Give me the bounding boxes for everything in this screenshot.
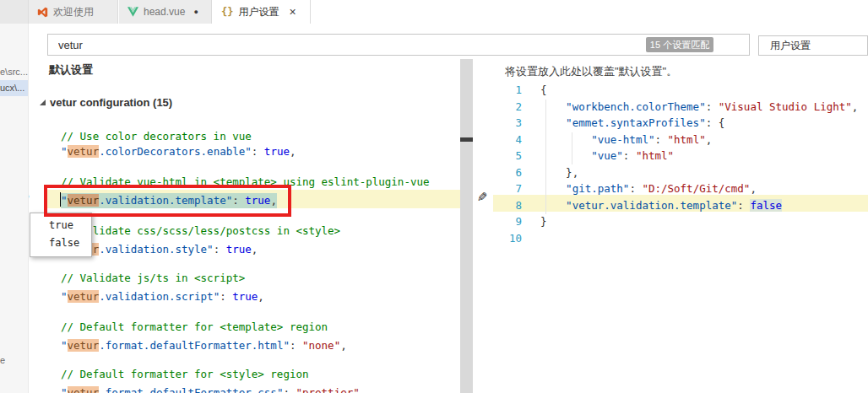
json-line[interactable]: "git.path": "D:/Soft/Git/cmd",: [540, 181, 757, 196]
json-line[interactable]: }: [540, 214, 547, 229]
edit-pencil-icon[interactable]: ✎: [29, 192, 30, 205]
setting-comment: // Validate css/scss/less/postcss in <st…: [61, 223, 340, 239]
braces-icon: {}: [221, 6, 233, 18]
settings-scope-dropdown[interactable]: 用户设置: [758, 35, 868, 56]
default-settings-title: 默认设置: [49, 62, 93, 78]
user-settings-panel: 将设置放入此处以覆盖"默认设置"。 1 2 3 4 5 6 7 8 9 10 {…: [473, 56, 868, 393]
edit-pencil-icon[interactable]: ✎: [477, 191, 488, 203]
section-vetur-configuration[interactable]: vetur configuration (15): [40, 96, 172, 109]
scrollbar-thumb[interactable]: [460, 137, 473, 142]
tab-welcome-label: 欢迎使用: [53, 5, 94, 19]
line-number: 2: [473, 100, 522, 115]
tab-headvue[interactable]: head.vue ●: [119, 0, 212, 24]
json-line[interactable]: "vue-html": "html",: [540, 132, 712, 148]
default-settings-panel: 默认设置 vetur configuration (15) // Use col…: [29, 56, 460, 393]
vscode-settings-window: 欢迎使用 head.vue ● {} 用户设置 × 15 个设置匹配 用户设置 …: [0, 0, 868, 393]
tab-bar: 欢迎使用 head.vue ● {} 用户设置 ×: [0, 0, 868, 24]
dropdown-option-true[interactable]: true: [30, 217, 91, 234]
setting-line[interactable]: "vetur.format.defaultFormatter.css": "pr…: [61, 385, 366, 393]
dropdown-option-false[interactable]: false: [30, 234, 91, 252]
match-count-badge: 15 个设置匹配: [646, 37, 713, 52]
tabbar-left-spacer: [0, 0, 29, 24]
setting-line[interactable]: "vetur.colorDecorators.enable": true,: [61, 144, 296, 159]
settings-search-input[interactable]: [47, 34, 750, 56]
line-number: 10: [473, 231, 522, 246]
text-cursor: [60, 192, 62, 207]
line-number: 6: [473, 165, 522, 180]
collapse-triangle-icon: [40, 100, 46, 105]
line-number: 5: [473, 148, 522, 164]
json-line[interactable]: "vetur.validation.template": false: [540, 198, 782, 213]
setting-comment: // Validate js/ts in <script>: [61, 271, 245, 286]
close-icon[interactable]: ×: [289, 6, 296, 18]
setting-line[interactable]: "vetur.format.defaultFormatter.html": "n…: [61, 338, 347, 353]
line-number: 4: [473, 132, 522, 148]
explorer-sidebar: e\src... ucx\... e: [0, 24, 29, 393]
setting-comment: // Validate vue-html in <template> using…: [61, 175, 430, 190]
value-dropdown: true false: [30, 213, 92, 257]
tab-headvue-label: head.vue: [144, 6, 185, 18]
left-panel-scrollbar[interactable]: [460, 59, 473, 393]
explorer-item[interactable]: e\src...: [0, 64, 29, 80]
setting-comment: // Default formatter for <style> region: [61, 367, 309, 382]
json-line[interactable]: "emmet.syntaxProfiles": {: [540, 116, 724, 131]
tab-user-settings[interactable]: {} 用户设置 ×: [213, 0, 311, 24]
line-number: 3: [473, 116, 522, 131]
setting-comment: // Use color decorators in vue: [61, 129, 252, 144]
setting-comment: // Default formatter for <template> regi…: [61, 320, 328, 335]
explorer-item[interactable]: e: [0, 353, 29, 369]
json-line[interactable]: },: [540, 165, 578, 180]
explorer-item-selected[interactable]: ucx\...: [0, 80, 29, 96]
json-line[interactable]: {: [540, 83, 547, 98]
setting-line-selected[interactable]: "vetur.validation.template": true,: [61, 193, 277, 208]
vue-icon: [127, 7, 138, 17]
tab-user-settings-label: 用户设置: [238, 5, 279, 19]
modified-dot-icon: ●: [193, 8, 198, 16]
json-line[interactable]: "workbench.colorTheme": "Visual Studio L…: [540, 100, 858, 115]
vscode-icon: [37, 7, 48, 18]
line-number: 1: [473, 83, 522, 98]
line-number: 9: [473, 214, 522, 229]
json-line[interactable]: "vue": "html": [540, 148, 674, 164]
settings-hint-text: 将设置放入此处以覆盖"默认设置"。: [505, 64, 677, 79]
section-label: vetur configuration (15): [50, 96, 172, 109]
tab-welcome[interactable]: 欢迎使用: [29, 0, 118, 24]
setting-line[interactable]: "vetur.validation.script": true,: [61, 289, 264, 304]
